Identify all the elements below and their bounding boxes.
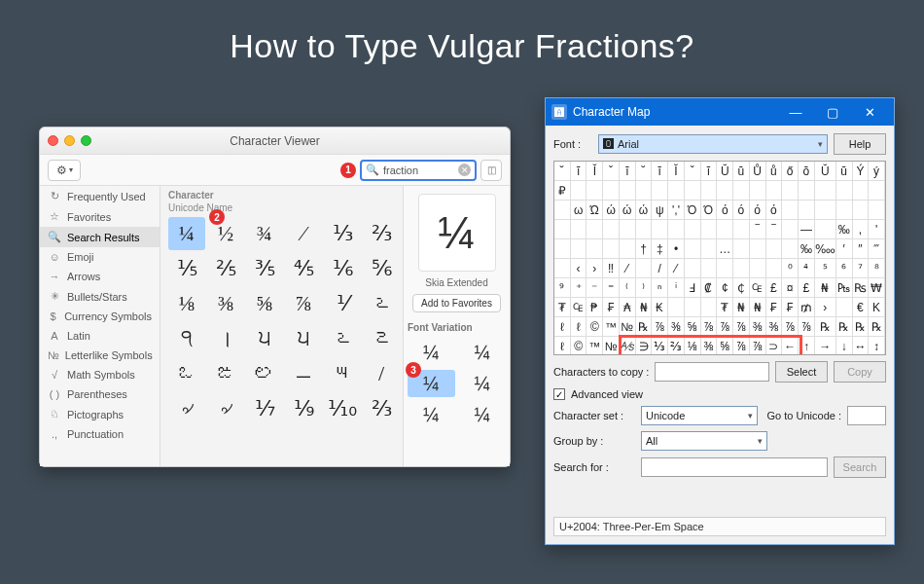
search-input[interactable]: 🔍 fraction ✕ (360, 160, 477, 181)
win-character-cell[interactable]: ω (571, 201, 587, 220)
character-cell[interactable]: ⅜ (207, 287, 244, 320)
win-character-cell[interactable]: ⅞ (799, 317, 815, 337)
win-character-cell[interactable]: ⅍ (620, 337, 636, 355)
sidebar-item-frequently-used[interactable]: ↻Frequently Used (40, 186, 160, 206)
win-character-cell[interactable]: ĭ (620, 162, 636, 181)
win-character-cell[interactable] (766, 181, 783, 201)
win-character-cell[interactable]: ĭ (701, 162, 718, 181)
toggle-panel-button[interactable]: ◫ (480, 160, 502, 181)
character-cell[interactable]: । (207, 322, 244, 355)
character-cell[interactable]: ⅒ (324, 392, 361, 425)
win-character-cell[interactable]: ⅜ (668, 317, 685, 337)
win-character-cell[interactable]: Ŭ (815, 162, 836, 181)
win-character-cell[interactable]: ů (766, 162, 783, 181)
win-character-cell[interactable]: ⁰ (782, 259, 799, 278)
character-cell[interactable]: ౻ (324, 357, 361, 390)
win-character-cell[interactable]: • (668, 239, 685, 259)
win-character-cell[interactable] (586, 239, 603, 259)
close-button[interactable]: ✕ (851, 98, 888, 126)
win-character-cell[interactable] (717, 259, 733, 278)
win-character-cell[interactable]: ⅝ (717, 337, 733, 355)
win-character-cell[interactable]: Ĭ (668, 162, 685, 181)
sidebar-item-pictographs[interactable]: ♘Pictographs (40, 404, 160, 424)
win-character-cell[interactable]: ₥ (799, 298, 815, 317)
win-character-cell[interactable] (685, 239, 701, 259)
win-character-cell[interactable]: ⁴ (799, 259, 815, 278)
win-character-cell[interactable]: ĭ (652, 162, 668, 181)
win-character-cell[interactable]: ŭ (836, 162, 853, 181)
win-character-cell[interactable]: ₦ (733, 298, 750, 317)
win-character-cell[interactable]: ˘ (636, 162, 653, 181)
win-character-cell[interactable]: → (815, 337, 836, 355)
character-cell[interactable]: ⅑ (285, 392, 322, 425)
win-character-cell[interactable] (717, 220, 733, 239)
sidebar-item-math-symbols[interactable]: √Math Symbols (40, 365, 160, 384)
win-character-cell[interactable]: ⅞ (782, 317, 799, 337)
character-cell[interactable]: ⅝ (246, 287, 283, 320)
win-character-cell[interactable] (733, 239, 750, 259)
win-character-cell[interactable]: Ό (685, 201, 701, 220)
sidebar-item-currency-symbols[interactable]: $Currency Symbols (40, 307, 160, 326)
win-character-cell[interactable]: ₦ (636, 298, 653, 317)
win-character-cell[interactable]: ‾ (766, 220, 783, 239)
win-character-cell[interactable] (815, 181, 836, 201)
win-character-cell[interactable] (750, 259, 766, 278)
win-character-cell[interactable]: ⁻ (586, 278, 603, 298)
win-character-cell[interactable] (586, 181, 603, 201)
win-character-cell[interactable]: ⅜ (701, 337, 718, 355)
win-character-cell[interactable]: ⁸ (869, 259, 885, 278)
win-character-cell[interactable] (836, 181, 853, 201)
characters-to-copy-input[interactable] (655, 362, 769, 382)
character-cell[interactable] (168, 427, 205, 460)
close-icon[interactable] (48, 135, 58, 146)
win-character-cell[interactable]: ⅝ (685, 317, 701, 337)
win-character-cell[interactable]: ₠ (750, 278, 766, 298)
win-character-cell[interactable]: ˇ (603, 162, 620, 181)
win-character-cell[interactable]: ← (782, 337, 799, 355)
win-character-cell[interactable] (701, 220, 718, 239)
win-character-cell[interactable]: Ů (750, 162, 766, 181)
copy-button[interactable]: Copy (834, 361, 886, 383)
win-character-cell[interactable]: ℞ (869, 317, 885, 337)
win-character-cell[interactable]: ',' (668, 201, 685, 220)
win-character-cell[interactable]: ₮ (717, 298, 733, 317)
win-character-cell[interactable] (815, 201, 836, 220)
font-variation-cell[interactable]: ¼ (459, 339, 507, 366)
win-character-cell[interactable]: ₮ (554, 298, 571, 317)
win-character-cell[interactable]: ώ (603, 201, 620, 220)
character-cell[interactable]: ⅗ (246, 252, 283, 285)
win-character-cell[interactable]: ∋ (636, 337, 653, 355)
character-cell[interactable]: ౽ (363, 322, 400, 355)
character-cell[interactable]: ౼ (285, 357, 322, 390)
win-character-cell[interactable]: ⅞ (733, 317, 750, 337)
sidebar-item-emoji[interactable]: ☺Emoji (40, 247, 160, 267)
win-character-cell[interactable]: ″ (853, 239, 870, 259)
sidebar-item-letterlike-symbols[interactable]: №Letterlike Symbols (40, 346, 160, 365)
win-character-cell[interactable]: ℞ (815, 317, 836, 337)
character-cell[interactable]: ৵ (168, 392, 205, 425)
win-character-cell[interactable] (799, 201, 815, 220)
win-character-cell[interactable] (733, 259, 750, 278)
win-character-cell[interactable]: ⁶ (836, 259, 853, 278)
win-character-cell[interactable]: … (717, 239, 733, 259)
win-character-cell[interactable]: ₧ (836, 278, 853, 298)
win-character-cell[interactable]: © (571, 337, 587, 355)
character-cell[interactable]: ⅛ (168, 287, 205, 320)
sidebar-item-punctuation[interactable]: .,Punctuation (40, 424, 160, 444)
win-character-cell[interactable] (620, 239, 636, 259)
win-character-cell[interactable]: ő (782, 162, 799, 181)
win-character-cell[interactable]: Ώ (586, 201, 603, 220)
minimize-icon[interactable] (64, 135, 75, 146)
character-cell[interactable]: ⅐ (246, 392, 283, 425)
character-cell[interactable] (363, 427, 400, 460)
win-character-cell[interactable]: ⅔ (668, 337, 685, 355)
win-character-cell[interactable]: › (586, 259, 603, 278)
win-character-cell[interactable] (603, 220, 620, 239)
win-character-cell[interactable]: ŏ (799, 162, 815, 181)
win-character-cell[interactable]: ‴ (869, 239, 885, 259)
win-character-cell[interactable]: ĭ (571, 162, 587, 181)
win-character-cell[interactable] (620, 181, 636, 201)
win-character-cell[interactable]: ώ (620, 201, 636, 220)
win-character-cell[interactable]: ₳ (620, 298, 636, 317)
character-cell[interactable]: ⅙ (324, 252, 361, 285)
